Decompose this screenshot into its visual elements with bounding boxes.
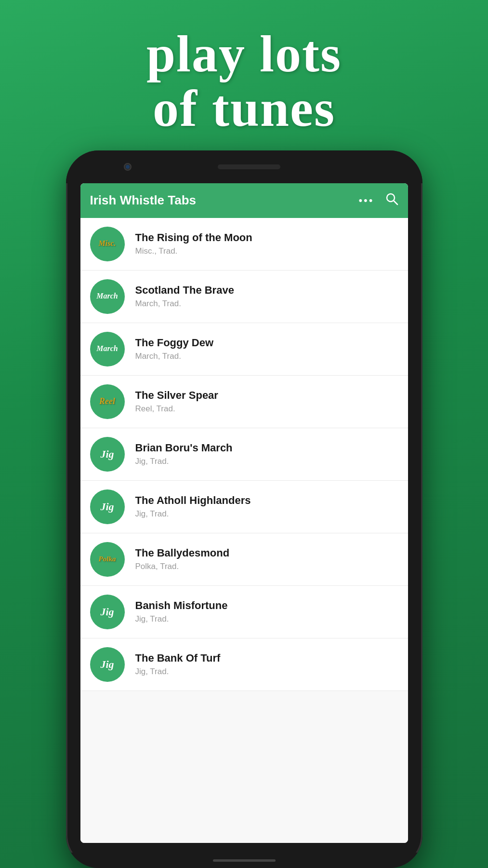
tune-avatar-label: March [96, 344, 118, 353]
tune-avatar: Reel [90, 384, 125, 419]
tune-meta: Misc., Trad. [135, 246, 252, 256]
phone-camera [124, 163, 132, 171]
tune-list-item[interactable]: JigThe Atholl HighlandersJig, Trad. [80, 481, 408, 533]
tune-avatar-label: March [96, 292, 118, 301]
phone-top-bar [66, 150, 422, 183]
tune-list-item[interactable]: Misc.The Rising of the MoonMisc., Trad. [80, 218, 408, 271]
tune-list-item[interactable]: JigThe Bank Of TurfJig, Trad. [80, 638, 408, 691]
tune-info: The Atholl HighlandersJig, Trad. [135, 494, 251, 519]
phone-speaker [218, 164, 280, 169]
tune-list-item[interactable]: JigBanish MisfortuneJig, Trad. [80, 586, 408, 638]
more-options-button[interactable]: ••• [358, 194, 374, 207]
search-button[interactable] [385, 192, 398, 209]
tune-info: The Foggy DewMarch, Trad. [135, 337, 214, 361]
hero-title: play lots of tunes [146, 27, 342, 136]
tune-name: The Foggy Dew [135, 337, 214, 349]
tune-meta: March, Trad. [135, 299, 234, 309]
tune-avatar-label: Misc. [99, 239, 116, 248]
tune-avatar: Polka [90, 542, 125, 577]
tune-name: Banish Misfortune [135, 599, 228, 612]
tune-list: Misc.The Rising of the MoonMisc., Trad.M… [80, 218, 408, 843]
tune-avatar: Jig [90, 437, 125, 472]
tune-avatar-label: Jig [100, 606, 114, 618]
tune-name: The Rising of the Moon [135, 231, 252, 244]
tune-avatar: Jig [90, 595, 125, 629]
tune-info: The Bank Of TurfJig, Trad. [135, 652, 221, 677]
tune-avatar: March [90, 332, 125, 366]
tune-avatar-label: Jig [100, 659, 114, 670]
tune-list-item[interactable]: JigBrian Boru's MarchJig, Trad. [80, 428, 408, 481]
svg-point-0 [387, 194, 395, 202]
tune-meta: Jig, Trad. [135, 667, 221, 677]
tune-info: The BallydesmondPolka, Trad. [135, 547, 230, 571]
tune-avatar: March [90, 279, 125, 314]
tune-meta: March, Trad. [135, 352, 214, 361]
tune-name: Brian Boru's March [135, 442, 233, 454]
phone-screen: Irish Whistle Tabs ••• Misc.The Rising o… [80, 183, 408, 843]
tune-meta: Polka, Trad. [135, 562, 230, 571]
app-bar: Irish Whistle Tabs ••• [80, 183, 408, 218]
tune-info: The Silver SpearReel, Trad. [135, 389, 218, 414]
tune-name: The Bank Of Turf [135, 652, 221, 665]
tune-meta: Jig, Trad. [135, 614, 228, 624]
hero-section: play lots of tunes [146, 27, 342, 136]
tune-avatar: Misc. [90, 227, 125, 261]
tune-avatar: Jig [90, 647, 125, 682]
svg-line-1 [394, 201, 397, 205]
tune-avatar-label: Reel [99, 397, 115, 407]
tune-info: Banish MisfortuneJig, Trad. [135, 599, 228, 624]
tune-name: The Silver Spear [135, 389, 218, 402]
tune-name: The Ballydesmond [135, 547, 230, 559]
tune-avatar-label: Jig [100, 501, 114, 513]
tune-info: Scotland The BraveMarch, Trad. [135, 284, 234, 309]
tune-name: The Atholl Highlanders [135, 494, 251, 507]
tune-name: Scotland The Brave [135, 284, 234, 297]
tune-meta: Jig, Trad. [135, 509, 251, 519]
tune-avatar-label: Jig [100, 448, 114, 460]
tune-list-item[interactable]: ReelThe Silver SpearReel, Trad. [80, 376, 408, 428]
tune-list-item[interactable]: MarchThe Foggy DewMarch, Trad. [80, 323, 408, 376]
phone-bottom [66, 853, 422, 868]
tune-list-item[interactable]: PolkaThe BallydesmondPolka, Trad. [80, 533, 408, 586]
app-bar-actions: ••• [358, 192, 398, 209]
tune-info: Brian Boru's MarchJig, Trad. [135, 442, 233, 466]
tune-meta: Jig, Trad. [135, 457, 233, 466]
phone-device: Irish Whistle Tabs ••• Misc.The Rising o… [66, 150, 422, 868]
app-bar-title: Irish Whistle Tabs [90, 193, 197, 208]
phone-home-bar [213, 859, 276, 862]
tune-info: The Rising of the MoonMisc., Trad. [135, 231, 252, 256]
tune-avatar-label: Polka [99, 555, 116, 564]
tune-avatar: Jig [90, 489, 125, 524]
tune-list-item[interactable]: MarchScotland The BraveMarch, Trad. [80, 271, 408, 323]
tune-meta: Reel, Trad. [135, 404, 218, 414]
